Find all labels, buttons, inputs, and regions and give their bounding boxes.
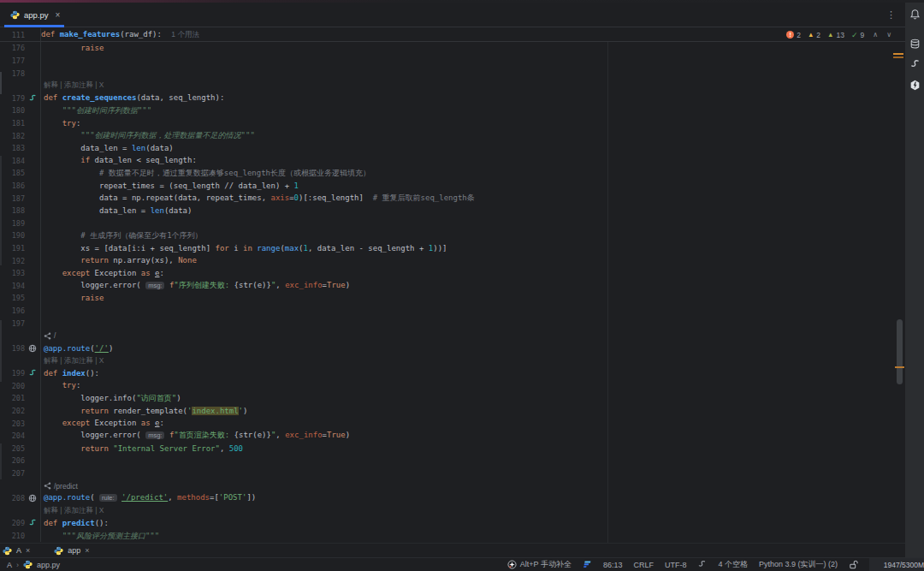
ai-gutter-icon[interactable] bbox=[25, 517, 39, 530]
code-text[interactable]: repeat_times = (seq_length // data_len) … bbox=[41, 180, 299, 193]
code-lines[interactable]: 176raise177178解释 | 添加注释 | X179def create… bbox=[0, 42, 905, 543]
code-text[interactable]: logger.info("访问首页") bbox=[41, 392, 181, 405]
ai-status-icon-item[interactable] bbox=[697, 560, 707, 569]
ai-inline-actions[interactable]: 解释 | 添加注释 | X bbox=[41, 356, 104, 366]
line-number[interactable]: 186 bbox=[0, 181, 25, 190]
code-text[interactable]: @app.route('/') bbox=[41, 342, 113, 355]
code-text[interactable]: except Exception as e: bbox=[41, 267, 164, 280]
route-url-inlay[interactable]: /predict bbox=[41, 482, 78, 491]
gutter[interactable]: 188 bbox=[0, 205, 41, 217]
gutter[interactable]: 197 bbox=[0, 317, 41, 330]
code-text[interactable]: data = np.repeat(data, repeat_times, axi… bbox=[41, 192, 475, 205]
route-globe-icon[interactable] bbox=[25, 342, 39, 355]
ai-plugin-icon[interactable] bbox=[909, 58, 921, 70]
inspections-widget[interactable]: !2 ▲2 ▲13 ✓9 ∧ ∨ bbox=[786, 28, 891, 41]
gutter[interactable]: 183 bbox=[0, 142, 41, 155]
ai-inline-actions[interactable]: 解释 | 添加注释 | X bbox=[41, 506, 104, 516]
tab-app-py[interactable]: app.py × bbox=[0, 3, 68, 27]
run-tab-close-icon[interactable]: × bbox=[26, 546, 30, 555]
route-url-inlay[interactable]: / bbox=[41, 331, 56, 340]
gutter[interactable]: 205 bbox=[0, 443, 41, 455]
code-text[interactable]: # 生成序列（确保至少有1个序列） bbox=[41, 229, 203, 242]
ai-gutter-icon[interactable] bbox=[25, 367, 39, 380]
gutter[interactable]: 182 bbox=[0, 129, 41, 142]
code-text[interactable]: """创建时间序列数据，处理数据量不足的情况""" bbox=[41, 129, 255, 142]
prev-problem-icon[interactable]: ∧ bbox=[873, 31, 878, 39]
line-number[interactable]: 205 bbox=[0, 444, 25, 453]
gutter[interactable]: 208 bbox=[0, 492, 41, 505]
gutter[interactable]: 190 bbox=[0, 229, 41, 242]
sticky-code-text[interactable]: def make_features(raw_df): 1 个用法 bbox=[41, 28, 199, 41]
code-text[interactable]: data_len = len(data) bbox=[41, 142, 174, 155]
code-text[interactable]: if data_len < seq_length: bbox=[41, 154, 197, 167]
gutter[interactable] bbox=[0, 330, 41, 342]
line-number[interactable]: 208 bbox=[0, 494, 25, 503]
gutter[interactable]: 195 bbox=[0, 292, 41, 305]
gutter[interactable]: 194 bbox=[0, 280, 41, 293]
code-editor[interactable]: 111 def make_features(raw_df): 1 个用法 !2 … bbox=[0, 28, 905, 543]
lock-status[interactable] bbox=[849, 560, 858, 569]
code-text[interactable]: @app.route( rule: '/predict', methods=['… bbox=[41, 491, 256, 505]
run-tab-close-icon[interactable]: × bbox=[85, 546, 89, 555]
gutter[interactable]: 210 bbox=[0, 530, 41, 543]
caret-position[interactable]: 86:13 bbox=[603, 561, 623, 569]
line-number[interactable]: 195 bbox=[0, 294, 25, 302]
error-count[interactable]: !2 bbox=[786, 31, 801, 39]
gutter[interactable]: 200 bbox=[0, 379, 41, 392]
python-interpreter[interactable]: Python 3.9 (实训一) (2) bbox=[759, 559, 838, 570]
gutter[interactable] bbox=[0, 479, 41, 492]
code-text[interactable]: logger.error( msg: f"序列创建失败: {str(e)}", … bbox=[41, 279, 350, 293]
code-text[interactable]: raise bbox=[41, 292, 104, 305]
code-text[interactable]: return "Internal Server Error", 500 bbox=[41, 443, 243, 455]
database-icon[interactable] bbox=[909, 38, 921, 50]
code-text[interactable]: """创建时间序列数据""" bbox=[41, 104, 151, 117]
gutter[interactable]: 209 bbox=[0, 517, 41, 530]
gutter[interactable]: 206 bbox=[0, 455, 41, 467]
line-number[interactable]: 202 bbox=[0, 407, 25, 415]
passed-count[interactable]: ✓9 bbox=[851, 31, 864, 39]
code-text[interactable]: """风险评分预测主接口""" bbox=[41, 530, 159, 543]
line-number[interactable]: 206 bbox=[0, 456, 25, 465]
line-number[interactable]: 198 bbox=[0, 344, 25, 353]
nav-project[interactable]: A bbox=[7, 561, 12, 569]
line-number[interactable]: 190 bbox=[0, 231, 25, 240]
line-number[interactable]: 183 bbox=[0, 144, 25, 152]
gutter[interactable]: 179 bbox=[0, 92, 41, 104]
file-encoding[interactable]: UTF-8 bbox=[665, 561, 687, 569]
gutter[interactable]: 207 bbox=[0, 467, 41, 480]
line-number[interactable]: 192 bbox=[0, 257, 25, 265]
gutter[interactable] bbox=[0, 505, 41, 518]
code-text[interactable]: try: bbox=[41, 117, 80, 130]
gutter[interactable]: 186 bbox=[0, 180, 41, 193]
weak-warning-count[interactable]: ▲13 bbox=[827, 31, 844, 39]
line-number[interactable]: 203 bbox=[0, 419, 25, 428]
ai-inline-actions[interactable]: 解释 | 添加注释 | X bbox=[41, 80, 104, 91]
memory-indicator[interactable]: 1947/5300M bbox=[869, 558, 924, 571]
code-text[interactable]: def index(): bbox=[41, 367, 99, 380]
navigation-bar[interactable]: A › app.py bbox=[0, 560, 60, 569]
line-number[interactable]: 182 bbox=[0, 132, 25, 140]
next-problem-icon[interactable]: ∨ bbox=[886, 31, 891, 39]
line-number[interactable]: 199 bbox=[0, 369, 25, 378]
code-text[interactable]: def create_sequences(data, seq_length): bbox=[41, 92, 224, 104]
line-number[interactable]: 201 bbox=[0, 394, 25, 402]
line-number[interactable]: 193 bbox=[0, 269, 25, 277]
gutter[interactable]: 196 bbox=[0, 305, 41, 318]
line-number[interactable]: 177 bbox=[0, 57, 25, 65]
ai-completion-status[interactable]: Alt+P 手动补全 bbox=[507, 559, 572, 570]
gutter[interactable]: 185 bbox=[0, 167, 41, 180]
code-text[interactable]: return render_template('index.html') bbox=[41, 405, 247, 418]
code-text[interactable]: try: bbox=[41, 379, 80, 392]
line-number[interactable]: 181 bbox=[0, 119, 25, 128]
gutter[interactable]: 180 bbox=[0, 104, 41, 117]
gutter[interactable]: 193 bbox=[0, 267, 41, 280]
gutter[interactable]: 176 bbox=[0, 42, 41, 55]
line-number[interactable]: 209 bbox=[0, 519, 25, 527]
code-text[interactable]: # 数据量不足时，通过重复数据凑够seq_length长度（或根据业务逻辑填充） bbox=[41, 167, 370, 180]
line-number[interactable]: 179 bbox=[0, 94, 25, 103]
indent-setting[interactable]: 4 个空格 bbox=[718, 559, 748, 570]
line-number[interactable]: 197 bbox=[0, 319, 25, 328]
more-options-icon[interactable]: ⋮ bbox=[886, 9, 896, 21]
line-number[interactable]: 196 bbox=[0, 306, 25, 315]
line-number[interactable]: 189 bbox=[0, 219, 25, 228]
